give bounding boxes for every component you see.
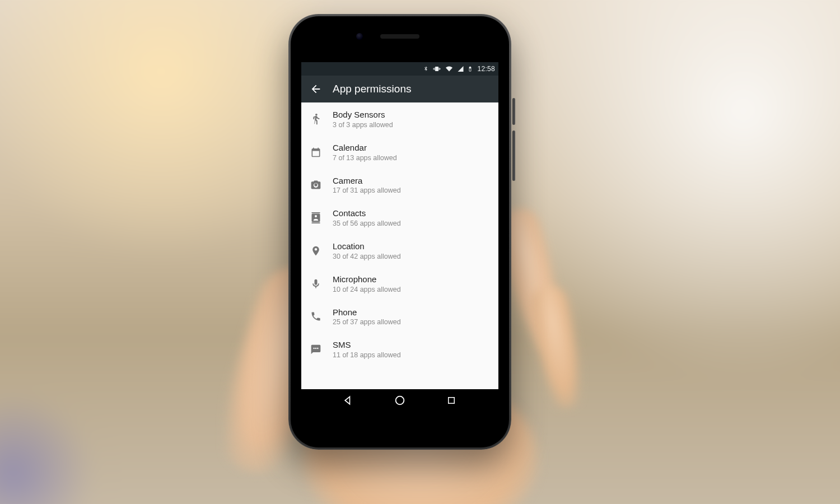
status-bar: 12:58 xyxy=(301,62,498,76)
contacts-icon xyxy=(309,211,323,225)
cellular-icon xyxy=(457,66,464,72)
permission-label: Body Sensors xyxy=(333,110,393,120)
permission-subtitle: 35 of 56 apps allowed xyxy=(333,220,401,227)
phone-icon xyxy=(309,310,323,323)
permission-item-contacts[interactable]: Contacts 35 of 56 apps allowed xyxy=(301,201,498,234)
location-icon xyxy=(309,244,323,258)
system-nav-bar xyxy=(301,389,498,412)
svg-rect-1 xyxy=(449,398,455,404)
phone-side-button xyxy=(512,130,515,181)
phone-side-button xyxy=(512,98,515,125)
permission-subtitle: 30 of 42 apps allowed xyxy=(333,253,401,260)
permissions-list: Body Sensors 3 of 3 apps allowed Calenda… xyxy=(301,102,498,389)
permission-item-camera[interactable]: Camera 17 of 31 apps allowed xyxy=(301,169,498,202)
permission-item-body-sensors[interactable]: Body Sensors 3 of 3 apps allowed xyxy=(301,102,498,136)
status-time: 12:58 xyxy=(477,65,495,73)
permission-subtitle: 7 of 13 apps allowed xyxy=(333,154,397,162)
camera-icon xyxy=(309,178,323,192)
app-bar: App permissions xyxy=(301,76,498,102)
permission-subtitle: 10 of 24 apps allowed xyxy=(333,286,401,293)
phone-front-camera xyxy=(356,33,363,40)
phone-frame: 12:58 App permissions Body Sensors 3 of xyxy=(288,14,511,450)
battery-icon xyxy=(468,65,473,73)
calendar-icon xyxy=(309,146,323,159)
permission-label: Phone xyxy=(333,307,401,318)
sms-icon xyxy=(309,343,323,356)
svg-point-0 xyxy=(396,396,404,405)
microphone-icon xyxy=(309,277,323,291)
permission-label: Location xyxy=(333,241,401,252)
permission-item-phone[interactable]: Phone 25 of 37 apps allowed xyxy=(301,300,498,333)
back-arrow-icon[interactable] xyxy=(309,82,323,96)
permission-subtitle: 17 of 31 apps allowed xyxy=(333,186,401,194)
permission-subtitle: 25 of 37 apps allowed xyxy=(333,318,401,326)
permission-label: Microphone xyxy=(333,274,401,285)
wifi-icon xyxy=(445,66,454,72)
nav-back-icon[interactable] xyxy=(336,389,361,412)
permission-label: Contacts xyxy=(333,208,401,219)
phone-screen: 12:58 App permissions Body Sensors 3 of xyxy=(301,62,498,412)
nav-recents-icon[interactable] xyxy=(439,389,464,412)
bluetooth-icon xyxy=(423,65,429,73)
permission-item-sms[interactable]: SMS 11 of 18 apps allowed xyxy=(301,333,498,366)
phone-earpiece xyxy=(380,34,419,39)
permission-subtitle: 11 of 18 apps allowed xyxy=(333,351,401,359)
permission-subtitle: 3 of 3 apps allowed xyxy=(333,121,393,129)
page-title: App permissions xyxy=(333,83,411,95)
permission-item-location[interactable]: Location 30 of 42 apps allowed xyxy=(301,234,498,267)
permission-label: Camera xyxy=(333,176,401,186)
permission-item-calendar[interactable]: Calendar 7 of 13 apps allowed xyxy=(301,136,498,169)
nav-home-icon[interactable] xyxy=(388,389,412,412)
permission-item-microphone[interactable]: Microphone 10 of 24 apps allowed xyxy=(301,267,498,300)
permission-label: Calendar xyxy=(333,143,397,153)
vibrate-icon xyxy=(432,65,441,73)
permission-label: SMS xyxy=(333,340,401,351)
body-sensors-icon xyxy=(309,113,323,126)
